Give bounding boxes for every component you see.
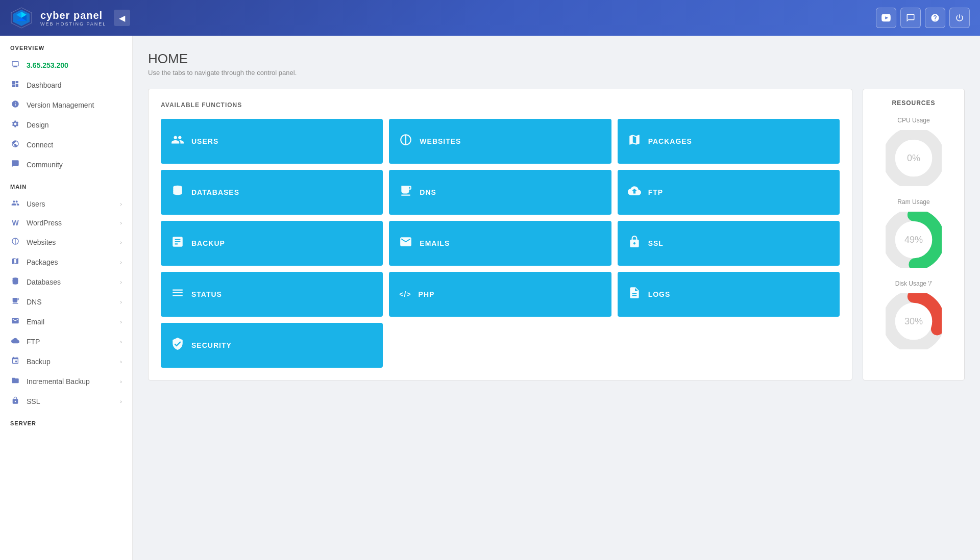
youtube-button[interactable] xyxy=(876,8,896,28)
power-button[interactable] xyxy=(949,8,970,28)
ram-value: 49% xyxy=(904,235,923,245)
backup-chevron-icon: › xyxy=(120,359,122,365)
status-btn-icon xyxy=(171,286,184,302)
cpu-resource: CPU Usage 0% xyxy=(873,117,954,186)
wordpress-chevron-icon: › xyxy=(120,220,122,226)
sidebar-item-packages[interactable]: Packages › xyxy=(0,252,132,272)
ftp-icon xyxy=(10,337,20,346)
dns-btn-label: DNS xyxy=(420,188,436,196)
ssl-btn[interactable]: SSL xyxy=(618,221,840,266)
sidebar-item-incremental-backup[interactable]: Incremental Backup › xyxy=(0,371,132,391)
backup-btn[interactable]: BACKUP xyxy=(161,221,383,266)
sidebar: OVERVIEW 3.65.253.200 Dashboard Version … xyxy=(0,36,133,560)
page-subtitle: Use the tabs to navigate through the con… xyxy=(148,69,965,77)
sidebar-item-community[interactable]: Community xyxy=(0,155,132,174)
sidebar-item-ftp[interactable]: FTP › xyxy=(0,332,132,351)
disk-donut: 30% xyxy=(886,293,942,349)
sidebar-item-wordpress[interactable]: W WordPress › xyxy=(0,214,132,232)
content-area: AVAILABLE FUNCTIONS USERS WEBSITES xyxy=(148,89,965,380)
security-btn-label: SECURITY xyxy=(191,341,232,349)
php-btn-icon: </> xyxy=(399,290,411,298)
websites-icon xyxy=(10,237,20,247)
email-icon xyxy=(10,317,20,326)
logs-btn[interactable]: LOGS xyxy=(618,272,840,317)
php-btn[interactable]: </> PHP xyxy=(389,272,611,317)
emails-btn[interactable]: EMAILS xyxy=(389,221,611,266)
security-btn-icon xyxy=(171,337,184,353)
users-btn-label: USERS xyxy=(191,137,218,145)
resources-panel: RESOURCES CPU Usage 0% Ram Usage xyxy=(863,89,965,380)
packages-btn-label: PACKAGES xyxy=(648,137,692,145)
status-btn[interactable]: STATUS xyxy=(161,272,383,317)
design-icon xyxy=(10,120,20,130)
main-section-title: MAIN xyxy=(0,174,132,194)
ram-donut: 49% xyxy=(886,212,942,268)
sidebar-toggle-button[interactable]: ◀ xyxy=(114,10,130,26)
databases-icon xyxy=(10,277,20,287)
community-label: Community xyxy=(27,161,63,169)
security-btn[interactable]: SECURITY xyxy=(161,323,383,368)
ram-label: Ram Usage xyxy=(873,198,954,206)
functions-panel: AVAILABLE FUNCTIONS USERS WEBSITES xyxy=(148,89,852,380)
disk-label: Disk Usage '/' xyxy=(873,280,954,287)
main-content: HOME Use the tabs to navigate through th… xyxy=(133,36,980,560)
sidebar-item-websites[interactable]: Websites › xyxy=(0,232,132,252)
databases-label: Databases xyxy=(27,278,61,286)
websites-label: Websites xyxy=(27,238,56,246)
databases-btn[interactable]: DATABASES xyxy=(161,170,383,215)
websites-btn-label: WEBSITES xyxy=(420,137,461,145)
packages-label: Packages xyxy=(27,258,58,266)
databases-chevron-icon: › xyxy=(120,279,122,285)
cpu-donut: 0% xyxy=(886,130,942,186)
ftp-btn[interactable]: FTP xyxy=(618,170,840,215)
ssl-label: SSL xyxy=(27,397,40,405)
ssl-chevron-icon: › xyxy=(120,398,122,404)
ssl-btn-icon xyxy=(628,235,641,251)
emails-btn-icon xyxy=(399,235,412,251)
ram-resource: Ram Usage 49% xyxy=(873,198,954,268)
resources-title: RESOURCES xyxy=(873,99,954,107)
users-btn[interactable]: USERS xyxy=(161,119,383,164)
websites-btn[interactable]: WEBSITES xyxy=(389,119,611,164)
functions-grid: USERS WEBSITES PACKAGES xyxy=(161,119,840,368)
sidebar-item-ip[interactable]: 3.65.253.200 xyxy=(0,55,132,75)
dns-chevron-icon: › xyxy=(120,299,122,305)
dns-btn[interactable]: DNS xyxy=(389,170,611,215)
users-chevron-icon: › xyxy=(120,201,122,207)
chat-button[interactable] xyxy=(900,8,921,28)
connect-icon xyxy=(10,140,20,149)
users-icon xyxy=(10,199,20,209)
ssl-btn-label: SSL xyxy=(648,239,664,247)
version-label: Version Management xyxy=(27,101,94,109)
disk-value: 30% xyxy=(904,316,923,327)
sidebar-item-version[interactable]: Version Management xyxy=(0,95,132,115)
ssl-icon xyxy=(10,396,20,406)
packages-chevron-icon: › xyxy=(120,259,122,265)
incremental-backup-chevron-icon: › xyxy=(120,378,122,385)
header: cyber panel WEB HOSTING PANEL ◀ xyxy=(0,0,980,36)
dns-icon xyxy=(10,297,20,307)
support-button[interactable] xyxy=(925,8,945,28)
connect-label: Connect xyxy=(27,141,53,149)
sidebar-item-dns[interactable]: DNS › xyxy=(0,292,132,312)
status-btn-label: STATUS xyxy=(191,290,222,298)
sidebar-item-dashboard[interactable]: Dashboard xyxy=(0,75,132,95)
sidebar-item-email[interactable]: Email › xyxy=(0,312,132,332)
backup-label: Backup xyxy=(27,358,51,366)
sidebar-item-ssl[interactable]: SSL › xyxy=(0,391,132,411)
sidebar-item-connect[interactable]: Connect xyxy=(0,135,132,155)
dashboard-icon xyxy=(10,80,20,90)
logo-text: cyber panel WEB HOSTING PANEL xyxy=(40,10,106,27)
functions-title: AVAILABLE FUNCTIONS xyxy=(161,101,840,109)
sidebar-item-databases[interactable]: Databases › xyxy=(0,272,132,292)
disk-resource: Disk Usage '/' 30% xyxy=(873,280,954,349)
wordpress-icon: W xyxy=(10,219,20,227)
dashboard-label: Dashboard xyxy=(27,81,62,89)
header-left: cyber panel WEB HOSTING PANEL ◀ xyxy=(10,7,130,29)
packages-btn[interactable]: PACKAGES xyxy=(618,119,840,164)
logs-btn-label: LOGS xyxy=(648,290,671,298)
sidebar-item-design[interactable]: Design xyxy=(0,115,132,135)
sidebar-item-backup[interactable]: Backup › xyxy=(0,351,132,371)
sidebar-item-users[interactable]: Users › xyxy=(0,194,132,214)
logo-icon xyxy=(10,7,33,29)
